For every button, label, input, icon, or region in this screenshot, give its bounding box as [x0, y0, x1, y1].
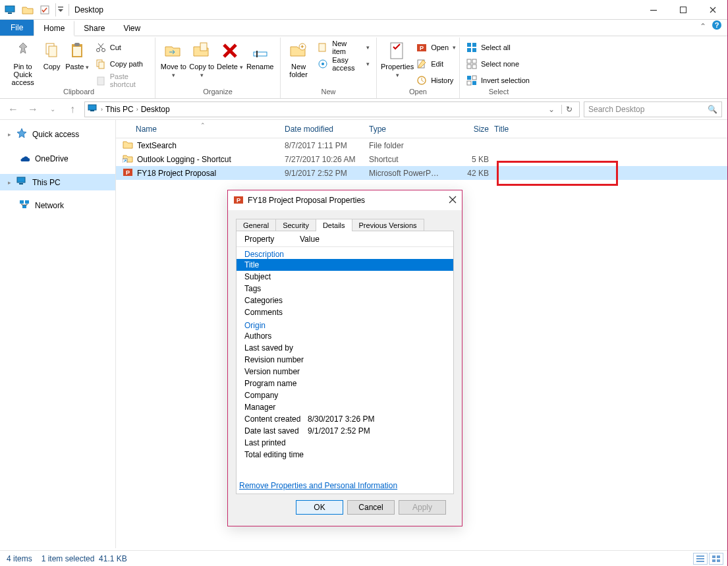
new-item-button[interactable]: New item ▾ — [315, 40, 372, 55]
close-button[interactable] — [698, 0, 727, 20]
column-date[interactable]: Date modified — [285, 125, 369, 134]
property-row[interactable]: Program name — [237, 378, 453, 389]
breadcrumb-segment[interactable]: This PC › — [105, 105, 138, 114]
address-bar[interactable]: › This PC › Desktop ⌄ ↻ — [84, 101, 580, 117]
property-row[interactable]: Last saved by — [237, 342, 453, 354]
svg-rect-23 — [319, 43, 325, 51]
breadcrumb-segment[interactable]: Desktop — [141, 105, 170, 114]
thumbnails-view-button[interactable] — [709, 553, 723, 565]
property-name: Company — [244, 391, 308, 400]
property-row[interactable]: Last printed — [237, 437, 453, 449]
property-list[interactable]: DescriptionTitleSubjectTagsCategoriesCom… — [237, 247, 453, 472]
file-row[interactable]: Outlook Logging - Shortcut7/27/2017 10:2… — [116, 152, 727, 166]
svg-rect-59 — [717, 555, 720, 558]
svg-rect-18 — [200, 43, 207, 51]
copy-path-button[interactable]: Copy path — [93, 57, 151, 71]
copy-button[interactable]: Copy — [39, 38, 65, 71]
invert-selection-icon — [466, 75, 477, 86]
minimize-button[interactable] — [638, 0, 668, 20]
select-none-button[interactable]: Select none — [464, 57, 532, 71]
ok-button[interactable]: OK — [296, 500, 343, 515]
cancel-button[interactable]: Cancel — [347, 500, 395, 515]
remove-properties-link[interactable]: Remove Properties and Personal Informati… — [239, 481, 397, 490]
delete-button[interactable]: Delete ▾ — [216, 38, 244, 71]
property-row[interactable]: Categories — [237, 295, 453, 306]
svg-point-14 — [101, 49, 105, 52]
back-button[interactable]: ← — [5, 101, 21, 117]
up-button[interactable]: ↑ — [65, 101, 80, 117]
properties-button[interactable]: Properties ▾ — [381, 38, 414, 79]
qat-dropdown-icon[interactable] — [55, 3, 65, 16]
file-row[interactable]: TextSearch8/7/2017 1:11 PMFile folder — [116, 138, 727, 152]
paste-button[interactable]: Paste ▾ — [65, 38, 90, 71]
property-row[interactable]: Title — [237, 259, 453, 271]
svg-rect-49 — [22, 205, 26, 208]
rename-button[interactable]: Rename — [244, 38, 276, 71]
new-folder-icon: ✦ — [288, 40, 309, 61]
property-row[interactable]: Content created8/30/2017 3:26 PM — [237, 413, 453, 425]
column-name[interactable]: ⌃Name — [116, 125, 285, 134]
property-row[interactable]: Comments — [237, 306, 453, 318]
file-size: 5 KB — [447, 155, 494, 164]
address-bar-row: ← → ⌄ ↑ › This PC › Desktop ⌄ ↻ Search D… — [0, 99, 727, 120]
status-bar: 4 items 1 item selected 41.1 KB — [0, 550, 727, 566]
search-input[interactable]: Search Desktop 🔍 — [584, 101, 722, 117]
property-row[interactable]: Authors — [237, 330, 453, 342]
nav-network[interactable]: Network — [0, 197, 115, 213]
minimize-ribbon-icon[interactable]: ⌃ — [700, 22, 706, 31]
property-row[interactable]: Manager — [237, 401, 453, 413]
tab-details[interactable]: Details — [316, 219, 352, 231]
new-folder-button[interactable]: ✦ New folder — [285, 38, 312, 78]
tab-view[interactable]: View — [114, 20, 150, 36]
svg-rect-35 — [467, 59, 471, 63]
nav-this-pc[interactable]: ▸ This PC — [0, 174, 115, 190]
property-name: Title — [244, 260, 308, 269]
property-row[interactable]: Company — [237, 389, 453, 401]
column-type[interactable]: Type — [369, 125, 447, 134]
column-size[interactable]: Size — [447, 125, 494, 134]
nav-onedrive[interactable]: OneDrive — [0, 150, 115, 167]
tab-previous-versions[interactable]: Previous Versions — [352, 219, 424, 231]
apply-button[interactable]: Apply — [399, 500, 446, 515]
dialog-close-button[interactable] — [449, 195, 457, 206]
svg-rect-0 — [5, 6, 14, 12]
property-row[interactable]: Version number — [237, 366, 453, 378]
easy-access-button[interactable]: Easy access ▾ — [315, 57, 372, 71]
pin-to-quick-access-button[interactable]: Pin to Quick access — [7, 38, 39, 86]
pc-icon — [16, 177, 27, 188]
header-value: Value — [300, 235, 320, 244]
edit-button[interactable]: Edit — [414, 57, 459, 71]
tab-general[interactable]: General — [236, 219, 276, 231]
move-to-button[interactable]: Move to ▾ — [159, 38, 188, 79]
file-row[interactable]: PFY18 Project Proposal9/1/2017 2:52 PMMi… — [116, 166, 727, 180]
nav-quick-access[interactable]: ▸ Quick access — [0, 125, 115, 143]
details-view-button[interactable] — [693, 553, 708, 565]
dropdown-icon[interactable]: ⌄ — [544, 105, 559, 114]
tab-home[interactable]: Home — [34, 20, 74, 36]
open-button[interactable]: POpen ▾ — [414, 40, 459, 55]
maximize-button[interactable] — [668, 0, 698, 20]
property-name: Manager — [244, 403, 308, 412]
invert-selection-button[interactable]: Invert selection — [464, 73, 532, 88]
property-row[interactable]: Date last saved9/1/2017 2:52 PM — [237, 425, 453, 437]
column-title[interactable]: Title — [494, 125, 613, 134]
help-icon[interactable]: ? — [712, 20, 722, 33]
forward-button[interactable]: → — [25, 101, 41, 117]
property-row[interactable]: Revision number — [237, 354, 453, 366]
checkbox-item-icon[interactable] — [38, 3, 51, 16]
history-button[interactable]: History — [414, 73, 459, 88]
tab-security[interactable]: Security — [275, 219, 316, 231]
select-all-button[interactable]: Select all — [464, 40, 532, 55]
refresh-icon[interactable]: ↻ — [561, 105, 576, 114]
cut-button[interactable]: Cut — [93, 40, 151, 55]
property-row[interactable]: Subject — [237, 271, 453, 283]
property-row[interactable]: Tags — [237, 283, 453, 295]
paste-shortcut-button[interactable]: Paste shortcut — [93, 73, 151, 88]
nav-label: OneDrive — [35, 154, 69, 163]
recent-locations-button[interactable]: ⌄ — [45, 101, 61, 117]
property-value: 9/1/2017 2:52 PM — [308, 426, 370, 436]
tab-file[interactable]: File — [0, 20, 34, 36]
property-row[interactable]: Total editing time — [237, 449, 453, 461]
tab-share[interactable]: Share — [74, 20, 114, 36]
copy-to-button[interactable]: Copy to ▾ — [188, 38, 216, 79]
